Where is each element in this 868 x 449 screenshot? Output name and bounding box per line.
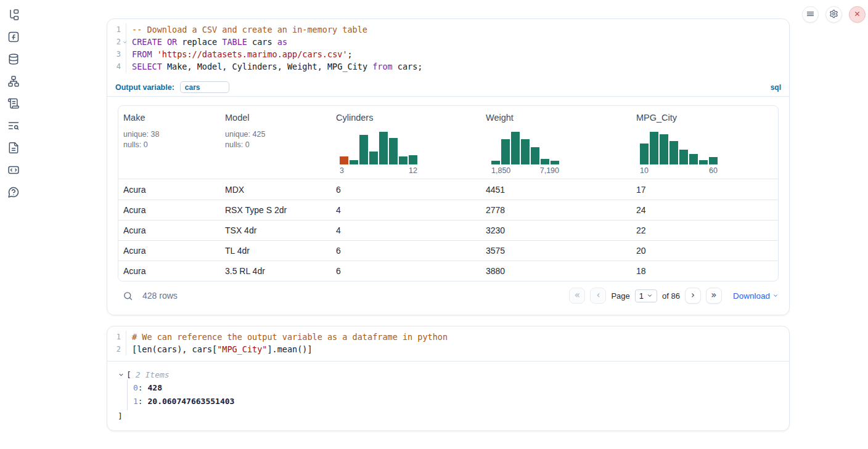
table-cell: Acura	[118, 185, 220, 195]
code-line[interactable]: 4SELECT Make, Model, Cylinders, Weight, …	[107, 60, 789, 73]
line-number: 1	[107, 23, 126, 36]
table-cell: TL 4dr	[220, 246, 331, 256]
documentation-file-icon[interactable]	[7, 142, 20, 154]
histogram-bar[interactable]	[541, 159, 549, 164]
python-code-editor[interactable]: 1# We can reference the output variable …	[107, 326, 789, 361]
download-label: Download	[733, 291, 770, 301]
table-column-header[interactable]: Makeunique: 38nulls: 0	[118, 106, 220, 179]
histogram-bar[interactable]	[399, 156, 407, 164]
output-variable-label: Output variable:	[115, 83, 174, 92]
table-cell: 3880	[481, 266, 631, 276]
histogram-bar[interactable]	[660, 134, 668, 164]
sql-cell-output: Makeunique: 38nulls: 0Modelunique: 425nu…	[107, 97, 789, 315]
table-header: Makeunique: 38nulls: 0Modelunique: 425nu…	[118, 106, 778, 179]
histogram-bar[interactable]	[551, 161, 559, 164]
settings-button[interactable]	[825, 6, 842, 23]
variables-function-icon[interactable]	[7, 31, 20, 43]
line-number: 2	[107, 36, 126, 48]
page-select-value: 1	[639, 291, 644, 301]
histogram-bar[interactable]	[491, 161, 500, 164]
help-icon[interactable]	[7, 186, 20, 198]
tree-entry-key: 1	[133, 397, 138, 406]
histogram-bar[interactable]	[340, 156, 348, 164]
histogram-bar[interactable]	[511, 132, 520, 164]
code-line[interactable]: 2[len(cars), cars["MPG_City"].mean()]	[107, 343, 789, 355]
table-column-header[interactable]: Modelunique: 425nulls: 0	[220, 106, 331, 179]
pagination: « ‹ Page 1 of 86 › » Download	[569, 288, 779, 304]
table-cell: TSX 4dr	[220, 225, 331, 235]
logs-search-icon[interactable]	[7, 119, 20, 132]
column-histogram: 312	[340, 132, 417, 175]
code-line[interactable]: 3FROM 'https://datasets.marimo.app/cars.…	[107, 48, 789, 60]
line-number: 4	[107, 60, 126, 73]
histogram-bar[interactable]	[379, 132, 388, 164]
menu-button[interactable]	[802, 6, 819, 23]
scratchpad-scroll-icon[interactable]	[7, 97, 20, 110]
dependency-graph-icon[interactable]	[7, 75, 20, 87]
table-row: AcuraRSX Type S 2dr4277824	[118, 200, 778, 220]
fold-chevron-icon[interactable]	[122, 39, 128, 45]
histogram-bar[interactable]	[501, 139, 510, 164]
histogram-bar[interactable]	[409, 155, 417, 164]
histogram-bar[interactable]	[369, 152, 378, 164]
prev-page-button[interactable]: ‹	[590, 288, 606, 304]
histogram-bar[interactable]	[650, 132, 658, 164]
histogram-bar[interactable]	[521, 139, 530, 164]
download-button[interactable]: Download	[733, 291, 779, 301]
column-stats: unique: 425nulls: 0	[225, 129, 326, 150]
collapse-chevron-icon[interactable]	[118, 371, 125, 378]
table-column-header[interactable]: MPG_City1060	[631, 106, 778, 179]
table-cell: 4451	[481, 185, 631, 195]
code-line[interactable]: 1-- Download a CSV and create an in-memo…	[107, 23, 789, 36]
code-line[interactable]: 1# We can reference the output variable …	[107, 331, 789, 343]
histogram-bar[interactable]	[699, 160, 708, 164]
tree-entry: 0: 428	[128, 381, 779, 395]
last-page-button[interactable]: »	[706, 288, 722, 304]
code-line[interactable]: 2CREATE OR replace TABLE cars as	[107, 36, 789, 48]
snippets-code-icon[interactable]	[7, 164, 20, 176]
histogram-bar[interactable]	[679, 150, 688, 164]
histogram-bar[interactable]	[689, 154, 698, 164]
histogram-bar[interactable]	[669, 141, 678, 164]
table-cell: 22	[631, 225, 778, 235]
hist-max-label: 7,190	[540, 166, 559, 175]
output-variable-input[interactable]	[180, 81, 229, 93]
sql-cell: 1-- Download a CSV and create an in-memo…	[107, 18, 790, 315]
notebook: 1-- Download a CSV and create an in-memo…	[107, 18, 790, 431]
table-column-header[interactable]: Cylinders312	[331, 106, 481, 179]
search-icon[interactable]	[123, 291, 133, 301]
database-icon[interactable]	[7, 53, 20, 65]
close-button[interactable]	[849, 6, 866, 23]
page-select[interactable]: 1	[635, 289, 657, 302]
tree-entry-key: 0	[133, 383, 138, 392]
next-page-button[interactable]: ›	[685, 288, 701, 304]
page-total-label: of 86	[662, 291, 680, 301]
first-page-button[interactable]: «	[569, 288, 585, 304]
table-cell: 24	[631, 205, 778, 215]
table-cell: Acura	[118, 246, 220, 256]
sql-code-editor[interactable]: 1-- Download a CSV and create an in-memo…	[107, 19, 789, 78]
table-body: AcuraMDX6445117AcuraRSX Type S 2dr427782…	[118, 179, 778, 281]
file-tree-icon[interactable]	[7, 9, 20, 21]
window-controls	[802, 6, 866, 23]
row-count: 428 rows	[142, 291, 178, 301]
histogram-bar[interactable]	[359, 135, 368, 164]
page-label: Page	[611, 291, 629, 301]
histogram-bar[interactable]	[389, 138, 398, 164]
hist-min-label: 1,850	[491, 166, 510, 175]
hist-min-label: 10	[640, 166, 649, 175]
table-cell: 4	[331, 225, 481, 235]
tree-entry: 1: 20.060747663551403	[128, 395, 779, 408]
histogram-bar[interactable]	[531, 147, 539, 164]
hist-max-label: 12	[409, 166, 417, 175]
histogram-bar[interactable]	[350, 160, 358, 164]
histogram-bar[interactable]	[640, 144, 649, 164]
column-histogram: 1,8507,190	[491, 132, 559, 175]
data-table: Makeunique: 38nulls: 0Modelunique: 425nu…	[118, 105, 779, 281]
table-column-header[interactable]: Weight1,8507,190	[481, 106, 631, 179]
table-cell: 4	[331, 205, 481, 215]
table-cell: 2778	[481, 205, 631, 215]
histogram-bar[interactable]	[709, 157, 718, 164]
table-cell: 6	[331, 266, 481, 276]
table-cell: 3230	[481, 225, 631, 235]
